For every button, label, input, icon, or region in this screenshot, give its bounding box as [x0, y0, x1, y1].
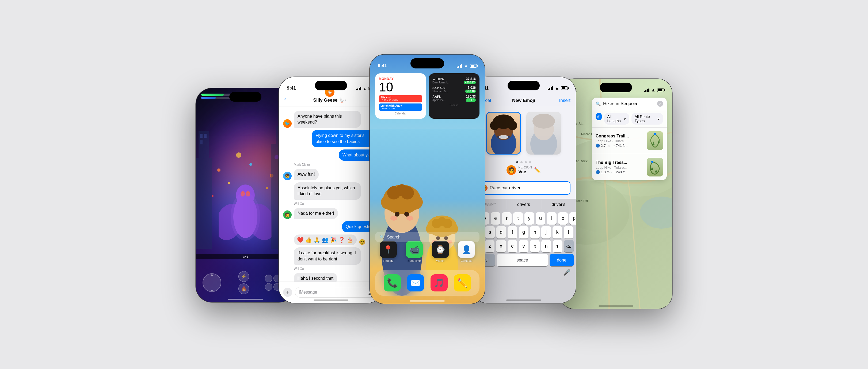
home-indicator-3	[410, 300, 445, 302]
dock-notes[interactable]: ✏️	[454, 274, 471, 292]
widget-name-stocks: Stocks	[432, 103, 476, 107]
result-title-1: Congress Trail...	[596, 134, 644, 138]
key-y[interactable]: y	[524, 212, 534, 225]
key-u[interactable]: u	[536, 212, 545, 225]
key-x[interactable]: x	[496, 240, 506, 253]
key-k[interactable]: k	[553, 226, 562, 238]
space-key[interactable]: space	[497, 254, 548, 266]
mic-row: 🎤	[471, 269, 576, 276]
phone-home: 9:41 ▲ MONDAY	[370, 55, 485, 304]
key-r[interactable]: r	[502, 212, 512, 225]
keyboard-row-2: a s d f g h j k l	[471, 225, 576, 238]
result-meta-1: 🔵 2.7 mi · ↑ 741 ft...	[596, 143, 644, 147]
message-row: Flying down to my sister's place to see …	[283, 130, 379, 147]
app-facetime[interactable]: 📹 FaceTime	[406, 241, 423, 262]
stock-row-1: ▲ DOW Dow Jones I... 37,816 +570.17	[432, 77, 476, 84]
add-attachment-button[interactable]: +	[283, 288, 292, 297]
map-result-2[interactable]: The Big Trees... Loop Hike · Tulare... 🔵…	[592, 154, 667, 180]
result-meta-2: 🔵 1.3 mi · ↑ 240 ft...	[596, 170, 644, 174]
home-indicator-4	[506, 300, 541, 301]
key-c[interactable]: c	[507, 240, 517, 253]
message-input-field[interactable]: iMessage 🎤	[295, 287, 379, 298]
widgets-row: MONDAY 10 Site visit 10:15 - 10:45AM Lun…	[375, 73, 479, 119]
emoji-character-ghost[interactable]	[526, 112, 561, 155]
key-f[interactable]: f	[507, 226, 517, 238]
result-sub-2: Loop Hike · Tulare...	[596, 166, 644, 170]
dock-music[interactable]: 🎵	[431, 274, 447, 292]
emoji-expand-button[interactable]: 😊	[359, 239, 366, 245]
search-clear-button[interactable]: ✕	[657, 101, 663, 107]
calendar-events: Site visit 10:15 - 10:45AM Lunch with An…	[379, 95, 422, 111]
dock-phone[interactable]: 📞	[384, 274, 401, 292]
key-j[interactable]: j	[541, 226, 551, 238]
key-m[interactable]: m	[553, 240, 562, 253]
edit-name-button[interactable]: ✏️	[534, 167, 541, 173]
svg-point-44	[499, 135, 508, 139]
key-i[interactable]: i	[547, 212, 557, 225]
key-g[interactable]: g	[519, 226, 528, 238]
search-icon: 🔍	[379, 235, 385, 240]
key-h[interactable]: h	[530, 226, 540, 238]
svg-rect-11	[200, 134, 203, 138]
svg-point-34	[395, 212, 400, 216]
key-e[interactable]: e	[491, 212, 500, 225]
key-n[interactable]: n	[541, 240, 551, 253]
message-row: 👦 Aww fun!	[283, 169, 379, 180]
signal-icon-3	[457, 64, 462, 68]
wifi-icon-3: ▲	[464, 63, 468, 68]
keyboard-row-4: 123 space done	[471, 253, 576, 268]
messages-screen: 9:41 ▲ ‹	[279, 77, 383, 303]
autocomplete-item-3[interactable]: driver's	[541, 200, 576, 209]
svg-point-36	[391, 216, 397, 221]
emoji-text-input[interactable]: 😊 Race car driver	[477, 181, 570, 195]
emoji-character-selected[interactable]	[486, 112, 521, 155]
done-key[interactable]: done	[550, 254, 574, 266]
key-v[interactable]: v	[519, 240, 528, 253]
emoji-person-name-row: 🧑 PERSON Vee ✏️	[471, 165, 576, 175]
maps-screen: General St... Sunset Rock The Big Trees …	[560, 79, 672, 309]
key-o[interactable]: o	[558, 212, 568, 225]
key-s[interactable]: s	[485, 226, 495, 238]
power-buttons: ⚡ 🔥	[239, 271, 249, 294]
search-label: Search	[387, 235, 401, 240]
autocomplete-item-2[interactable]: drivers	[506, 200, 541, 209]
key-z[interactable]: z	[485, 240, 494, 253]
delete-key[interactable]: ⌫	[564, 240, 574, 253]
mic-icon[interactable]: 🎤	[563, 269, 570, 276]
key-d[interactable]: d	[496, 226, 506, 238]
map-filters: ◎ All Lengths ∨ All Route Types ∨	[592, 110, 667, 128]
back-button[interactable]: ‹	[284, 96, 286, 103]
dpad[interactable]: ▲ ▼	[201, 272, 223, 293]
spotlight-search[interactable]: 🔍 Search	[375, 232, 479, 242]
insert-button[interactable]: Insert	[535, 98, 570, 103]
key-b[interactable]: b	[530, 240, 540, 253]
emoji-picker-row[interactable]: ❤️ 👍 🙏 👥 🎉 ❓ 🎂	[294, 235, 357, 245]
map-search-query[interactable]: Hikes in Sequoia	[603, 101, 655, 106]
filter-length[interactable]: All Lengths ∨	[604, 113, 629, 125]
map-location-button[interactable]: ◎	[596, 113, 602, 120]
wifi-icon-2: ▲	[363, 87, 367, 91]
message-row: 🐦 Anyone have plans this weekend?	[283, 111, 379, 128]
battery-icon-3	[470, 64, 477, 68]
message-row: Haha I second that	[283, 273, 379, 281]
game-health	[201, 94, 233, 99]
bubble: If cake for breakfast is wrong, I don't …	[294, 247, 361, 265]
key-l[interactable]: l	[564, 226, 574, 238]
cal-event-2: Lunch with Andy 11AM - 12PM	[379, 103, 422, 111]
input-placeholder: iMessage	[299, 290, 317, 295]
dock-mail[interactable]: ✉️	[407, 274, 424, 292]
app-find-my[interactable]: 📍 Find My	[380, 241, 397, 262]
app-watch[interactable]: ⌚ Watch	[432, 241, 449, 262]
key-t[interactable]: t	[513, 212, 523, 225]
message-row: If cake for breakfast is wrong, I don't …	[283, 247, 379, 265]
status-time-3: 9:41	[378, 63, 387, 68]
filter-route-type[interactable]: All Route Types ∨	[631, 113, 663, 125]
app-contacts[interactable]: 👤 Contacts	[458, 241, 475, 262]
calendar-widget[interactable]: MONDAY 10 Site visit 10:15 - 10:45AM Lun…	[375, 73, 426, 119]
key-p[interactable]: p	[569, 212, 576, 225]
home-indicator-1	[228, 299, 263, 300]
map-result-1[interactable]: Congress Trail... Loop Hike · Tulare... …	[592, 128, 667, 154]
stocks-widget[interactable]: ▲ DOW Dow Jones I... 37,816 +570.17 S&P …	[429, 73, 479, 119]
sender-name: Mark Disler	[283, 163, 379, 167]
keyboard-area: q w e r t y u i o p a s d f g	[471, 211, 576, 303]
